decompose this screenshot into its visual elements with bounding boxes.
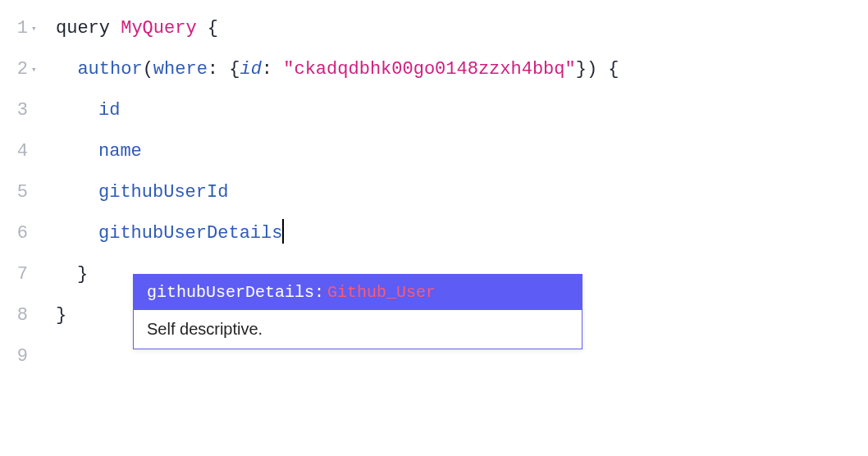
colon: : — [262, 59, 272, 80]
gutter: 4 — [0, 131, 46, 172]
gutter: 3 — [0, 90, 46, 131]
line-number: 8 — [17, 295, 28, 336]
fold-marker-icon[interactable]: ▾ — [31, 49, 41, 90]
code-content[interactable]: id — [46, 90, 120, 131]
brace-close: } — [77, 264, 88, 285]
autocomplete-type: Github_User — [327, 283, 436, 302]
code-line[interactable]: 5 githubUserId — [0, 172, 868, 213]
text-cursor — [282, 219, 284, 244]
code-line[interactable]: 6 githubUserDetails — [0, 213, 868, 254]
line-number: 2 — [17, 49, 28, 90]
brace-open: { — [208, 18, 218, 39]
query-name: MyQuery — [121, 18, 196, 39]
code-line[interactable]: 3 id — [0, 90, 868, 131]
line-number: 3 — [17, 90, 28, 131]
autocomplete-item-selected[interactable]: githubUserDetails: Github_User — [134, 275, 582, 310]
gutter: 2 ▾ — [0, 49, 46, 90]
code-line[interactable]: 2 ▾ author(where: {id: "ckadqdbhk00go014… — [0, 49, 868, 90]
line-number: 9 — [17, 336, 28, 377]
autocomplete-popup[interactable]: githubUserDetails: Github_User Self desc… — [133, 274, 582, 349]
field-author: author — [77, 59, 142, 80]
field-githubUserId: githubUserId — [98, 182, 228, 203]
gutter: 7 — [0, 254, 46, 295]
code-content[interactable]: author(where: {id: "ckadqdbhk00go0148zzx… — [46, 49, 619, 90]
gutter: 6 — [0, 213, 46, 254]
autocomplete-description: Self descriptive. — [134, 310, 582, 349]
code-content[interactable]: query MyQuery { — [46, 8, 218, 49]
argument-id: id — [240, 59, 261, 80]
code-content[interactable]: githubUserId — [46, 172, 228, 213]
code-line[interactable]: 1 ▾ query MyQuery { — [0, 8, 868, 49]
fold-marker-icon[interactable]: ▾ — [31, 8, 41, 49]
autocomplete-colon: : — [314, 283, 324, 302]
paren-open: ( — [143, 59, 153, 80]
string-value: "ckadqdbhk00go0148zzxh4bbq" — [283, 59, 575, 80]
line-number: 7 — [17, 254, 28, 295]
line-number: 1 — [17, 8, 28, 49]
keyword-query: query — [56, 18, 110, 39]
code-line[interactable]: 4 name — [0, 131, 868, 172]
code-content[interactable]: } — [46, 295, 66, 336]
field-id: id — [98, 100, 120, 121]
gutter: 5 — [0, 172, 46, 213]
line-number: 5 — [17, 172, 28, 213]
autocomplete-field-name: githubUserDetails — [147, 283, 314, 302]
paren-close: ) — [587, 59, 597, 80]
code-content[interactable]: name — [46, 131, 142, 172]
field-name: name — [98, 141, 142, 162]
line-number: 4 — [17, 131, 28, 172]
brace-close: } — [56, 305, 66, 326]
colon: : — [208, 59, 218, 80]
field-githubUserDetails: githubUserDetails — [98, 223, 282, 244]
line-number: 6 — [17, 213, 28, 254]
brace-open: { — [608, 59, 619, 80]
code-content[interactable]: githubUserDetails — [46, 213, 284, 254]
brace-close: } — [576, 59, 587, 80]
code-content[interactable]: } — [46, 254, 88, 295]
gutter: 8 — [0, 295, 46, 336]
gutter: 1 ▾ — [0, 8, 46, 49]
argument-where: where — [153, 59, 208, 80]
gutter: 9 — [0, 336, 46, 377]
brace-open: { — [229, 59, 240, 80]
